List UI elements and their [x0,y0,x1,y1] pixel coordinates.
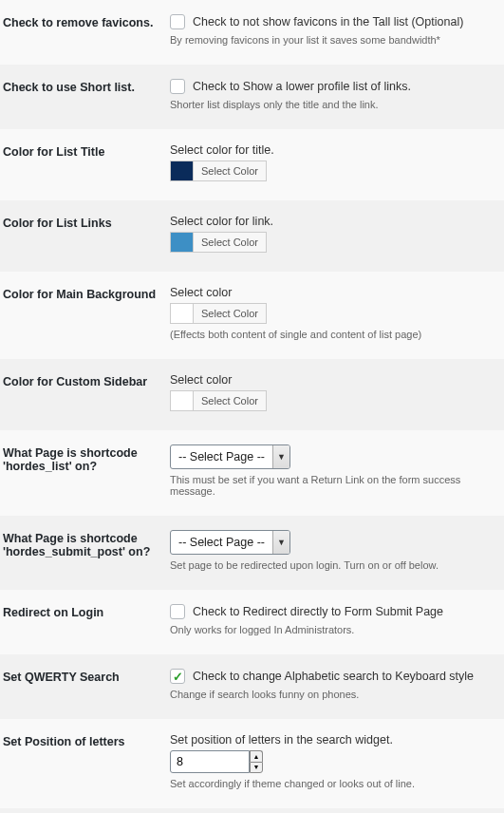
settings-form: Check to remove favicons. Check to not s… [0,0,504,808]
text-title-color: Select color for title. [170,143,501,157]
label-link-color: Color for List Links [3,215,170,230]
text-letter-pos: Set position of letters in the search wi… [170,733,501,747]
option-qwerty[interactable]: Check to change Alphabetic search to Key… [170,669,501,684]
label-page-submit: What Page is shortcode 'hordes_submit_po… [3,530,170,558]
color-picker-title: Select Color [170,161,501,181]
swatch-link-color[interactable] [170,232,193,253]
checkbox-redirect-login[interactable] [170,604,185,619]
row-remove-favicons: Check to remove favicons. Check to not s… [0,0,504,65]
row-redirect-login: Redirect on Login Check to Redirect dire… [0,590,504,654]
text-sidebar-color: Select color [170,373,501,387]
color-picker-link: Select Color [170,232,501,253]
number-letter-pos: ▲ ▼ [170,750,263,773]
spinner-letter-pos: ▲ ▼ [250,750,263,773]
desc-qwerty: Change if search looks funny on phones. [170,689,501,700]
row-sidebar-color: Color for Custom Sidebar Select color Se… [0,359,504,430]
spinner-up-button[interactable]: ▲ [250,750,263,762]
swatch-title-color[interactable] [170,161,193,181]
select-color-title-button[interactable]: Select Color [193,161,267,181]
select-page-submit[interactable]: -- Select Page -- ▼ [170,530,290,555]
label-page-list: What Page is shortcode 'hordes_list' on? [3,444,170,473]
label-short-list: Check to use Short list. [3,79,170,94]
label-remove-favicons: Check to remove favicons. [3,14,170,29]
desc-page-list: This must be set if you want a Return Li… [170,474,501,497]
select-color-link-button[interactable]: Select Color [193,232,267,253]
color-picker-sidebar: Select Color [170,390,501,411]
desc-short-list: Shorter list displays only the title and… [170,99,501,110]
row-title-color: Color for List Title Select color for ti… [0,129,504,200]
row-page-submit: What Page is shortcode 'hordes_submit_po… [0,516,504,590]
option-text-remove-favicons: Check to not show favicons in the Tall l… [193,15,463,28]
option-short-list[interactable]: Check to Show a lower profile list of li… [170,79,501,94]
row-main-bg: Color for Main Background Select color S… [0,272,504,359]
desc-page-submit: Set page to be redirected upon login. Tu… [170,559,501,571]
select-page-list-value: -- Select Page -- [171,445,272,468]
checkbox-remove-favicons[interactable] [170,14,185,29]
input-letter-pos[interactable] [170,750,250,773]
chevron-down-icon: ▼ [272,531,289,554]
select-color-main-bg-button[interactable]: Select Color [193,303,267,324]
option-text-qwerty: Check to change Alphabetic search to Key… [193,670,474,683]
option-text-redirect-login: Check to Redirect directly to Form Submi… [193,605,443,618]
row-link-color: Color for List Links Select color for li… [0,200,504,272]
label-sidebar-color: Color for Custom Sidebar [3,373,170,388]
option-remove-favicons[interactable]: Check to not show favicons in the Tall l… [170,14,501,29]
option-redirect-login[interactable]: Check to Redirect directly to Form Submi… [170,604,501,619]
chevron-down-icon: ▼ [272,445,289,468]
label-redirect-login: Redirect on Login [3,604,170,619]
checkbox-short-list[interactable] [170,79,185,94]
row-letter-pos: Set Position of letters Set position of … [0,719,504,808]
desc-redirect-login: Only works for logged In Administrators. [170,624,501,635]
label-qwerty: Set QWERTY Search [3,669,170,684]
row-page-list: What Page is shortcode 'hordes_list' on?… [0,430,504,516]
text-main-bg: Select color [170,286,501,299]
color-picker-main-bg: Select Color [170,303,501,324]
checkbox-qwerty[interactable] [170,669,185,684]
select-page-submit-value: -- Select Page -- [171,531,272,554]
option-text-short-list: Check to Show a lower profile list of li… [193,80,411,93]
label-main-bg: Color for Main Background [3,286,170,301]
row-qwerty: Set QWERTY Search Check to change Alphab… [0,654,504,719]
label-letter-pos: Set Position of letters [3,733,170,748]
swatch-sidebar-color[interactable] [170,390,193,411]
select-page-list[interactable]: -- Select Page -- ▼ [170,444,290,469]
swatch-main-bg[interactable] [170,303,193,324]
select-color-sidebar-button[interactable]: Select Color [193,390,267,411]
text-link-color: Select color for link. [170,215,501,228]
desc-letter-pos: Set accordingly if theme changed or look… [170,778,501,789]
label-title-color: Color for List Title [3,143,170,159]
desc-remove-favicons: By removing favicons in your list it sav… [170,34,501,46]
row-short-list: Check to use Short list. Check to Show a… [0,65,504,129]
desc-main-bg: (Effects both content of single and cont… [170,329,501,340]
spinner-down-button[interactable]: ▼ [250,762,263,774]
